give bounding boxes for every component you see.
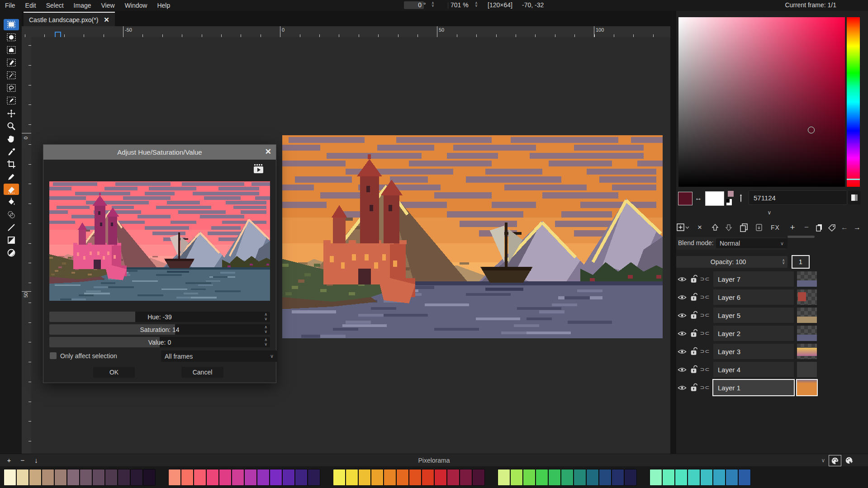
layer-row[interactable]: ⊃⊂Layer 2 [676, 325, 868, 342]
layer-link-left-icon[interactable]: ⊃ [700, 312, 705, 318]
tab-close-icon[interactable]: ✕ [104, 16, 109, 24]
layer-name-cell[interactable]: Layer 3 [713, 344, 794, 359]
cancel-button[interactable]: Cancel [181, 367, 223, 378]
palette-swatch[interactable] [498, 469, 510, 486]
slider-spinner[interactable]: ∧∨ [264, 337, 267, 346]
opacity-control[interactable]: Opacity: 100 ∧∨ [676, 256, 787, 268]
layer-link-right-icon[interactable]: ⊂ [705, 294, 710, 300]
palette-swatch[interactable] [384, 469, 396, 486]
fx-button[interactable]: FX [769, 222, 781, 233]
hue-slider[interactable] [847, 17, 860, 187]
add-layer-button[interactable] [676, 222, 690, 233]
sv-cursor[interactable] [808, 127, 815, 133]
dialog-close-icon[interactable]: ✕ [265, 147, 271, 156]
layer-cel-thumbnail[interactable] [797, 380, 817, 395]
tool-polygon-select[interactable] [4, 44, 19, 56]
layer-visibility-button[interactable] [676, 313, 688, 318]
layer-cel-thumbnail[interactable] [797, 326, 817, 341]
palette-swatch[interactable] [346, 469, 358, 486]
layer-name-cell[interactable]: Layer 2 [713, 326, 794, 341]
palette-swatch[interactable] [688, 469, 700, 486]
palette-swatch[interactable] [396, 469, 409, 486]
ruler-vertical[interactable]: 050 [22, 37, 32, 454]
menu-item-file[interactable]: File [0, 2, 20, 9]
layer-name-cell[interactable]: Layer 6 [713, 289, 794, 305]
palette-panel-chevron[interactable]: ∨ [818, 455, 829, 465]
tool-rectangle-select[interactable] [4, 19, 19, 30]
layer-visibility-button[interactable] [676, 367, 688, 373]
color-sv-square[interactable] [678, 17, 845, 187]
only-affect-selection-checkbox[interactable] [50, 352, 57, 359]
palette-swatch[interactable] [650, 469, 662, 486]
layer-row[interactable]: ⊃⊂Layer 7 [676, 270, 868, 288]
layer-link-right-icon[interactable]: ⊂ [705, 366, 710, 373]
palette-swatch[interactable] [92, 469, 105, 486]
tool-paint-select[interactable] [4, 95, 19, 106]
palette-swatch[interactable] [42, 469, 54, 486]
add-frame-button[interactable]: + [787, 222, 797, 233]
layer-name-cell[interactable]: Layer 7 [713, 271, 794, 287]
menu-item-edit[interactable]: Edit [20, 2, 41, 9]
menu-item-select[interactable]: Select [41, 2, 69, 9]
palette-swatch[interactable] [29, 469, 42, 486]
remove-frame-button[interactable]: − [802, 222, 811, 233]
layer-lock-button[interactable] [688, 275, 700, 284]
tool-bucket[interactable] [4, 196, 19, 208]
palette-swatch[interactable] [16, 469, 29, 486]
tool-color-select[interactable] [4, 57, 19, 68]
layer-link-left-icon[interactable]: ⊃ [700, 366, 705, 373]
palette-swatch[interactable] [574, 469, 586, 486]
layer-link-right-icon[interactable]: ⊂ [705, 384, 710, 391]
default-colors-widget[interactable] [726, 191, 734, 205]
palette-swatch[interactable] [422, 469, 434, 486]
layer-lock-button[interactable] [688, 365, 700, 374]
tool-pan[interactable] [4, 133, 19, 144]
layer-lock-button[interactable] [688, 329, 700, 338]
palette-icon[interactable] [829, 455, 841, 466]
layer-name-cell[interactable]: Layer 5 [713, 308, 794, 323]
layer-row[interactable]: ⊃⊂Layer 3 [676, 343, 868, 360]
hex-color-input[interactable] [749, 190, 847, 205]
slider-spinner[interactable]: ∧∨ [264, 312, 267, 321]
tool-ellipse[interactable] [4, 247, 19, 258]
layer-link-right-icon[interactable]: ⊂ [705, 348, 710, 355]
tool-lasso-select[interactable] [4, 82, 19, 94]
layer-visibility-button[interactable] [676, 385, 688, 391]
picker-collapse-chevron[interactable]: ∨ [760, 209, 778, 216]
layer-row[interactable]: ⊃⊂Layer 6 [676, 289, 868, 306]
layer-link-left-icon[interactable]: ⊃ [700, 330, 705, 336]
layer-visibility-button[interactable] [676, 331, 688, 336]
layer-lock-button[interactable] [688, 347, 700, 356]
menu-item-help[interactable]: Help [152, 2, 175, 9]
palette-swatch[interactable] [54, 469, 67, 486]
layer-link-left-icon[interactable]: ⊃ [700, 294, 705, 300]
menu-item-view[interactable]: View [96, 2, 120, 9]
palette-swatch[interactable] [624, 469, 637, 486]
merge-down-button[interactable] [754, 222, 764, 233]
palette-swatch[interactable] [308, 469, 320, 486]
delete-layer-button[interactable]: × [695, 222, 704, 233]
palette-swatch[interactable] [105, 469, 118, 486]
palette-swatch[interactable] [599, 469, 612, 486]
palette-swatch[interactable] [80, 469, 92, 486]
layer-cel-thumbnail[interactable] [797, 362, 817, 377]
palette-swatch[interactable] [257, 469, 270, 486]
palette-swatch[interactable] [282, 469, 295, 486]
palette-swatch[interactable] [713, 469, 726, 486]
palette-swatch[interactable] [194, 469, 206, 486]
palette-add-icon[interactable] [843, 455, 855, 465]
next-frame-button[interactable]: → [853, 222, 862, 233]
clone-frame-button[interactable] [815, 222, 824, 233]
palette-swatch[interactable] [143, 469, 156, 486]
palette-swatch[interactable] [295, 469, 308, 486]
palette-swatch[interactable] [358, 469, 371, 486]
layer-link-right-icon[interactable]: ⊂ [705, 330, 710, 336]
layer-cel-thumbnail[interactable] [797, 289, 817, 305]
layer-visibility-button[interactable] [676, 276, 688, 282]
palette-swatch[interactable] [523, 469, 536, 486]
tab-castle-landscape[interactable]: Castle Landscape.pxo(*) ✕ [24, 12, 115, 27]
palette-swatch[interactable] [219, 469, 232, 486]
tag-button[interactable] [827, 222, 837, 233]
blend-mode-dropdown[interactable]: Normal∨ [716, 238, 787, 248]
layer-row[interactable]: ⊃⊂Layer 5 [676, 307, 868, 324]
